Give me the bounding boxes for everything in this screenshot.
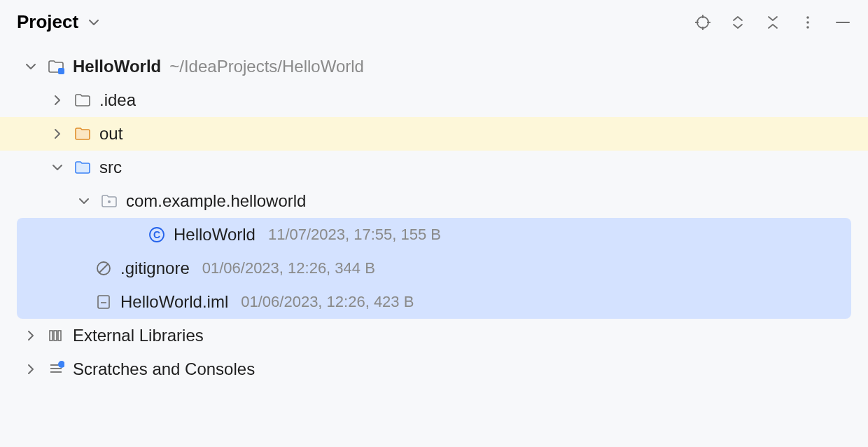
chevron-right-icon[interactable] (50, 128, 64, 139)
tree-node-class[interactable]: HelloWorld 11/07/2023, 17:55, 155 B (17, 218, 851, 252)
tree-node-src[interactable]: src (0, 151, 868, 184)
folder-excluded-icon (73, 125, 92, 142)
panel-title: Project (17, 11, 78, 33)
chevron-down-icon[interactable] (24, 61, 38, 72)
tree-node-label: Scratches and Consoles (73, 359, 255, 379)
tree-node-label: External Libraries (73, 326, 204, 345)
chevron-right-icon[interactable] (50, 95, 64, 106)
tree-node-iml[interactable]: HelloWorld.iml 01/06/2023, 12:26, 423 B (17, 285, 851, 319)
tree-node-label: HelloWorld (174, 225, 255, 245)
tree-node-gitignore[interactable]: .gitignore 01/06/2023, 12:26, 344 B (17, 252, 851, 285)
folder-icon (73, 92, 92, 109)
panel-toolbar (694, 14, 851, 31)
tree-node-label: .idea (99, 90, 136, 110)
tree-node-external-libraries[interactable]: External Libraries (0, 319, 868, 352)
collapse-all-icon[interactable] (764, 14, 781, 31)
tree-node-meta: 01/06/2023, 12:26, 344 B (202, 259, 375, 277)
panel-header-left: Project (17, 11, 102, 33)
tree-node-meta: 11/07/2023, 17:55, 155 B (268, 226, 441, 244)
tree-node-label: HelloWorld.iml (120, 292, 228, 312)
library-icon (46, 327, 66, 344)
chevron-down-icon[interactable] (50, 162, 64, 173)
tree-node-label: com.example.helloworld (126, 191, 306, 211)
tree-node-idea[interactable]: .idea (0, 83, 868, 117)
tree-node-meta: 01/06/2023, 12:26, 423 B (241, 293, 414, 311)
chevron-right-icon[interactable] (24, 364, 38, 375)
tree-node-package[interactable]: com.example.helloworld (0, 184, 868, 218)
tree-node-label: out (99, 124, 122, 144)
view-mode-dropdown[interactable] (85, 14, 102, 31)
tree-node-path: ~/IdeaProjects/HelloWorld (169, 57, 364, 76)
package-icon (99, 193, 119, 209)
tree-node-out[interactable]: out (0, 117, 868, 151)
file-icon (94, 294, 113, 310)
tree-node-scratches[interactable]: Scratches and Consoles (0, 352, 868, 386)
expand-all-icon[interactable] (729, 14, 746, 31)
options-menu-icon[interactable] (799, 14, 816, 31)
source-folder-icon (73, 159, 92, 176)
panel-header: Project (0, 0, 868, 50)
project-tool-window: Project HelloWorld ~/IdeaProjects/HelloW… (0, 0, 868, 447)
java-class-icon (147, 226, 167, 243)
tree-node-label: .gitignore (120, 259, 190, 278)
select-opened-file-icon[interactable] (694, 14, 711, 31)
tree-node-label: src (99, 158, 122, 177)
tree-node-label: HelloWorld (73, 57, 161, 76)
project-tree: HelloWorld ~/IdeaProjects/HelloWorld .id… (0, 50, 868, 447)
gitignore-icon (94, 260, 113, 277)
scratch-icon (46, 361, 66, 378)
chevron-down-icon[interactable] (77, 195, 91, 207)
module-icon (46, 58, 66, 75)
tree-node-project-root[interactable]: HelloWorld ~/IdeaProjects/HelloWorld (0, 50, 868, 83)
hide-panel-icon[interactable] (834, 14, 851, 31)
chevron-right-icon[interactable] (24, 330, 38, 341)
